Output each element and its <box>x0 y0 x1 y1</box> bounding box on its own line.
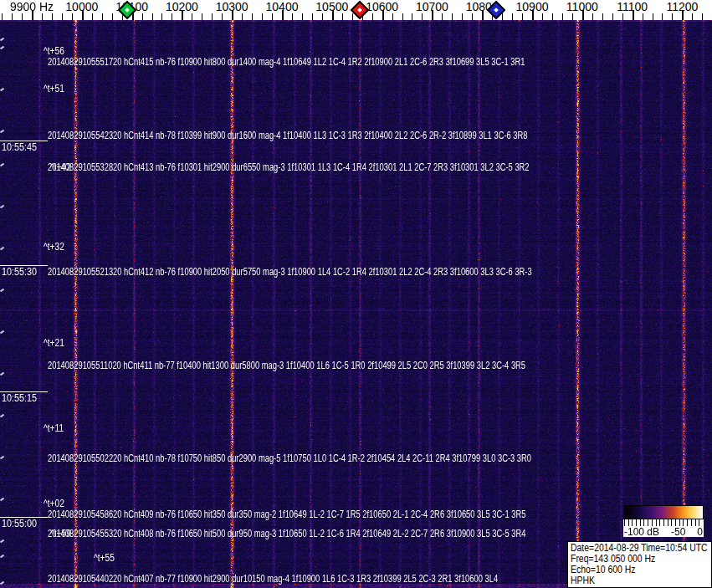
observation-info-box: Date=2014-08-29 Time=10:54 UTC Freq=143 … <box>567 541 712 588</box>
axis-minor-tick <box>172 13 172 20</box>
axis-minor-tick <box>212 13 213 20</box>
axis-minor-tick <box>152 13 153 20</box>
axis-frequency-label: 9900 Hz <box>10 0 54 13</box>
axis-minor-tick <box>2 13 3 20</box>
event-detection-line: 20140829105458620 hCnt409 nb-76 f10650 h… <box>48 509 525 520</box>
axis-minor-tick <box>392 13 393 20</box>
axis-frequency-label: 10000 <box>65 0 98 13</box>
axis-frequency-label: 10900 <box>516 0 549 13</box>
axis-minor-tick <box>472 13 473 20</box>
axis-minor-tick <box>62 13 63 20</box>
event-detection-line: 20140829105542320 hCnt414 nb-78 f10399 h… <box>48 130 527 141</box>
axis-minor-tick <box>653 13 653 20</box>
db-scale-legend: -100 dB -50 0 <box>623 505 704 537</box>
event-time-marker: ^t+55 <box>94 553 115 564</box>
axis-minor-tick <box>412 13 412 20</box>
axis-minor-tick <box>622 13 623 20</box>
axis-minor-tick <box>572 13 573 20</box>
axis-minor-tick <box>422 13 423 20</box>
axis-minor-tick <box>542 13 543 20</box>
event-detection-line: 20140829105551720 hCnt415 nb-76 f10900 h… <box>48 57 525 68</box>
axis-minor-tick <box>352 13 353 20</box>
axis-minor-tick <box>612 13 613 20</box>
axis-frequency-label: 10400 <box>266 0 299 13</box>
axis-minor-tick <box>662 13 663 20</box>
axis-frequency-label: 11000 <box>566 0 598 13</box>
axis-minor-tick <box>602 13 603 20</box>
axis-frequency-label: 11200 <box>666 0 698 13</box>
spectrogram-canvas <box>0 20 712 588</box>
info-station-line: HPHK <box>571 575 693 586</box>
legend-mid-label: -50 <box>671 526 685 538</box>
event-time-marker: ^t+32 <box>44 242 64 253</box>
axis-minor-tick <box>672 13 673 20</box>
event-time-marker: ^t+51 <box>44 84 64 95</box>
axis-minor-tick <box>552 13 553 20</box>
axis-minor-tick <box>92 13 93 20</box>
axis-minor-tick <box>42 13 43 20</box>
time-axis-label: 10:55:45 <box>2 142 37 153</box>
axis-minor-tick <box>112 13 113 20</box>
colormap-gradient-bar <box>623 505 704 519</box>
axis-minor-tick <box>12 13 13 20</box>
axis-minor-tick <box>462 13 463 20</box>
axis-minor-tick <box>192 13 192 20</box>
axis-frequency-label: 10500 <box>315 0 348 13</box>
axis-minor-tick <box>322 13 323 20</box>
frequency-axis-ruler: 9900 Hz100001010010200103001040010500106… <box>0 0 712 20</box>
axis-minor-tick <box>372 13 373 20</box>
axis-minor-tick <box>72 13 73 20</box>
axis-minor-tick <box>202 13 202 20</box>
axis-frequency-label: 10200 <box>166 0 198 13</box>
axis-minor-tick <box>592 13 593 20</box>
axis-minor-tick <box>522 13 523 20</box>
event-time-marker: ^t+21 <box>44 338 64 349</box>
axis-minor-tick <box>242 13 243 20</box>
axis-minor-tick <box>643 13 643 20</box>
axis-minor-tick <box>512 13 513 20</box>
axis-frequency-label: 11100 <box>617 0 648 13</box>
axis-minor-tick <box>442 13 443 20</box>
time-axis-label: 10:55:15 <box>2 393 37 404</box>
meteor-spectrogram-window: 9900 Hz100001010010200103001040010500106… <box>0 0 712 588</box>
axis-minor-tick <box>692 13 693 20</box>
time-axis-label: 10:55:00 <box>2 519 37 529</box>
axis-minor-tick <box>502 13 503 20</box>
axis-minor-tick <box>52 13 53 20</box>
event-detection-line: 20140829105440220 hCnt407 nb-77 f10900 h… <box>48 574 498 585</box>
axis-minor-tick <box>22 13 23 20</box>
event-detection-line: 20140829105511020 hCnt411 nb-77 f10400 h… <box>48 360 525 371</box>
axis-minor-tick <box>292 13 293 20</box>
event-time-marker: ^t+11 <box>44 423 64 434</box>
axis-minor-tick <box>102 13 103 20</box>
axis-minor-tick <box>562 13 563 20</box>
axis-minor-tick <box>702 13 703 20</box>
event-detection-line: 20140829105521320 hCnt412 nb-76 f10900 h… <box>48 267 532 278</box>
axis-frequency-label: 10600 <box>366 0 398 13</box>
axis-minor-tick <box>161 13 162 20</box>
axis-minor-tick <box>402 13 403 20</box>
legend-min-label: -100 dB <box>624 526 659 538</box>
axis-minor-tick <box>262 13 263 20</box>
axis-frequency-label: 10300 <box>216 0 248 13</box>
axis-minor-tick <box>272 13 273 20</box>
legend-max-label: 0 <box>697 526 703 538</box>
axis-minor-tick <box>222 13 223 20</box>
axis-minor-tick <box>312 13 313 20</box>
event-detection-line: 20140829105455320 hCnt408 nb-76 f10650 h… <box>48 529 525 539</box>
axis-frequency-label: 10700 <box>416 0 448 13</box>
axis-minor-tick <box>302 13 303 20</box>
axis-minor-tick <box>142 13 143 20</box>
axis-minor-tick <box>452 13 453 20</box>
time-axis-label: 10:55:30 <box>2 267 37 278</box>
legend-labels: -100 dB -50 0 <box>623 526 704 537</box>
axis-minor-tick <box>342 13 343 20</box>
event-detection-line: 20140829105532820 hCnt413 nb-76 f10301 h… <box>48 162 530 173</box>
event-detection-line: 20140829105502220 hCnt410 nb-78 f10750 h… <box>48 453 531 464</box>
axis-minor-tick <box>252 13 253 20</box>
